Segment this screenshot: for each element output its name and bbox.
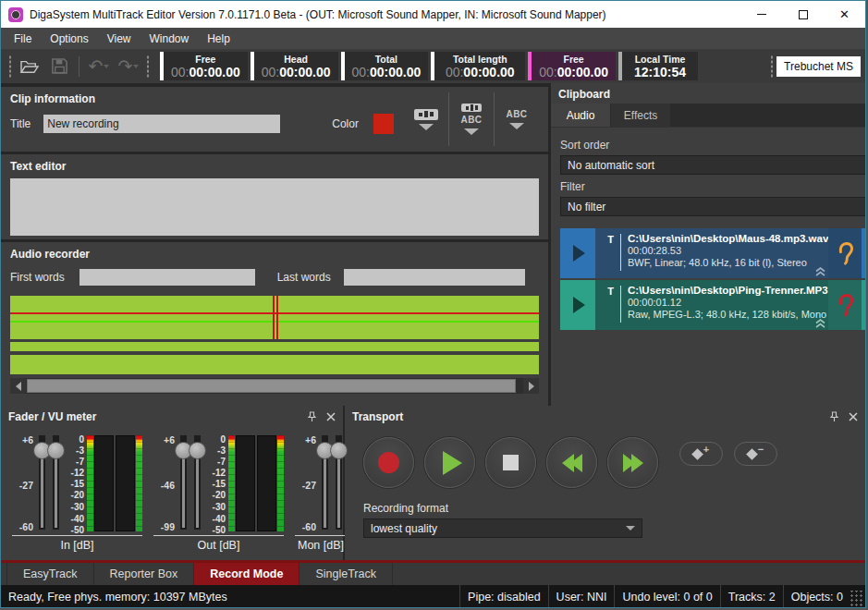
counter-prefix: 00: <box>539 65 556 79</box>
tab-effects[interactable]: Effects <box>611 104 670 127</box>
last-words-input[interactable] <box>344 269 525 286</box>
prelisten-button[interactable] <box>828 280 862 330</box>
menu-help[interactable]: Help <box>198 30 239 48</box>
mon-fader-right[interactable] <box>333 435 347 531</box>
fader-scale-label: -27 <box>302 481 316 490</box>
counter-label: Total <box>375 54 397 65</box>
sort-order-select[interactable]: No automatic sort <box>560 155 866 175</box>
clip-title-input[interactable] <box>43 115 280 133</box>
vu-group-label: Out [dB] <box>153 539 284 552</box>
collapse-chevrons-icon[interactable] <box>814 319 826 328</box>
fader-knob[interactable] <box>189 442 206 459</box>
maximize-button[interactable] <box>782 1 824 28</box>
play-clip-button[interactable] <box>560 228 595 278</box>
tab-audio[interactable]: Audio <box>551 104 610 127</box>
scroll-left-button[interactable] <box>10 378 26 394</box>
clip-color-swatch[interactable] <box>373 114 394 134</box>
out-fader-right[interactable] <box>191 435 205 531</box>
open-button[interactable] <box>17 54 43 79</box>
recording-format-select[interactable]: lowest quality <box>363 518 642 538</box>
clipboard-item[interactable]: T C:\Users\nin\Desktop\Maus-48.mp3.wav 0… <box>560 228 866 278</box>
menu-window[interactable]: Window <box>141 30 199 48</box>
menu-options[interactable]: Options <box>41 30 97 48</box>
counter-local-time: Local Time 12:10:54 <box>618 52 698 80</box>
remove-clip-button[interactable] <box>862 228 866 278</box>
toolbar-grip-2[interactable] <box>146 55 150 79</box>
vu-gradient-strip <box>87 435 93 531</box>
chevron-down-icon <box>464 128 479 135</box>
playback-cursor[interactable] <box>273 296 278 339</box>
undo-button[interactable]: ↶ <box>86 54 112 79</box>
status-objects: Objects: 0 <box>783 585 850 608</box>
counter-digits: 12:10:54 <box>634 65 686 79</box>
pin-icon[interactable] <box>829 411 839 422</box>
toolbar-grip-3[interactable] <box>770 55 774 79</box>
fader-scale-label: +6 <box>164 435 175 445</box>
chevron-down-icon <box>419 124 434 130</box>
waveform-display-dropdown[interactable] <box>404 91 448 148</box>
clip-format: Raw, MPEG-L.3; 48.0 kHz, 128 kbit/s, Mon… <box>628 309 828 320</box>
group-underline <box>153 535 284 536</box>
play-clip-button[interactable] <box>560 280 595 330</box>
first-words-input[interactable] <box>79 269 255 286</box>
remove-clip-button[interactable] <box>862 280 866 330</box>
status-bar: Ready, Free phys. memory: 10397 MBytes P… <box>1 585 865 608</box>
chevron-down-icon <box>626 526 635 531</box>
scrollbar-thumb[interactable] <box>27 379 516 393</box>
vu-scale-tick: -50 <box>71 526 84 534</box>
tab-record-mode[interactable]: Record Mode <box>194 563 300 585</box>
pin-icon[interactable] <box>307 411 317 422</box>
close-panel-icon[interactable] <box>849 412 858 421</box>
rewind-button[interactable] <box>546 437 597 488</box>
vu-meter-right <box>116 435 135 531</box>
waveform-text-dropdown[interactable]: ABC <box>449 91 494 148</box>
counter-digits: 00:00.00 <box>279 65 330 79</box>
collapse-chevrons-icon[interactable] <box>814 267 826 276</box>
waveform-main[interactable] <box>10 296 539 339</box>
minus-icon: − <box>758 445 764 454</box>
toolbar-grip[interactable] <box>8 55 12 79</box>
prelisten-button[interactable] <box>828 228 862 278</box>
vu-group-in: +6 -27 -60 0 -3 -7 -12 -15 -20 <box>12 435 142 552</box>
counter-prefix: 00: <box>352 65 370 79</box>
vu-scale-tick: -7 <box>217 458 226 466</box>
record-button[interactable] <box>363 437 414 488</box>
add-marker-button[interactable]: + <box>679 442 723 466</box>
fast-forward-button[interactable] <box>607 437 658 488</box>
maximize-icon <box>799 10 808 19</box>
remove-marker-button[interactable]: − <box>734 442 777 466</box>
close-button[interactable]: ✕ <box>824 1 865 28</box>
vu-meter-right <box>257 435 276 531</box>
text-editor-area[interactable] <box>10 178 539 236</box>
counter-label: Total length <box>453 54 507 65</box>
font-selector[interactable]: Trebuchet MS <box>776 56 861 77</box>
scroll-right-button[interactable] <box>523 378 539 394</box>
in-fader-right[interactable] <box>50 435 64 531</box>
waveform-overview[interactable] <box>10 355 539 374</box>
filter-select[interactable]: No filter <box>560 197 866 216</box>
fader-knob[interactable] <box>47 442 65 459</box>
resize-grip[interactable] <box>850 591 863 607</box>
tab-reporter-box[interactable]: Reporter Box <box>94 563 195 585</box>
tab-easytrack[interactable]: EasyTrack <box>6 563 94 585</box>
vu-scale-tick: -15 <box>213 480 226 488</box>
text-display-dropdown[interactable]: ABC <box>495 91 539 148</box>
counter-total: Total 00:00:00.00 <box>341 52 429 80</box>
menu-view[interactable]: View <box>98 30 141 48</box>
stop-button[interactable] <box>485 437 536 488</box>
vu-scale-tick: 0 <box>79 435 84 444</box>
menu-file[interactable]: File <box>5 30 41 48</box>
close-panel-icon[interactable] <box>326 412 336 421</box>
tab-singletrack[interactable]: SingleTrack <box>300 563 393 585</box>
mode-tabbar: EasyTrack Reporter Box Record Mode Singl… <box>1 563 865 585</box>
minimize-button[interactable] <box>740 1 782 28</box>
title-label: Title <box>10 117 31 130</box>
play-button[interactable] <box>424 437 475 488</box>
save-button[interactable] <box>46 54 72 79</box>
fader-scale-label: -60 <box>302 522 316 531</box>
vu-gradient-strip <box>277 435 284 531</box>
fader-knob[interactable] <box>330 442 348 459</box>
clipboard-item[interactable]: T C:\Users\nin\Desktop\Ping-Trenner.MP3 … <box>560 280 866 330</box>
redo-button[interactable]: ↷ <box>116 54 141 79</box>
counter-value: 00:00:00.00 <box>262 65 331 79</box>
